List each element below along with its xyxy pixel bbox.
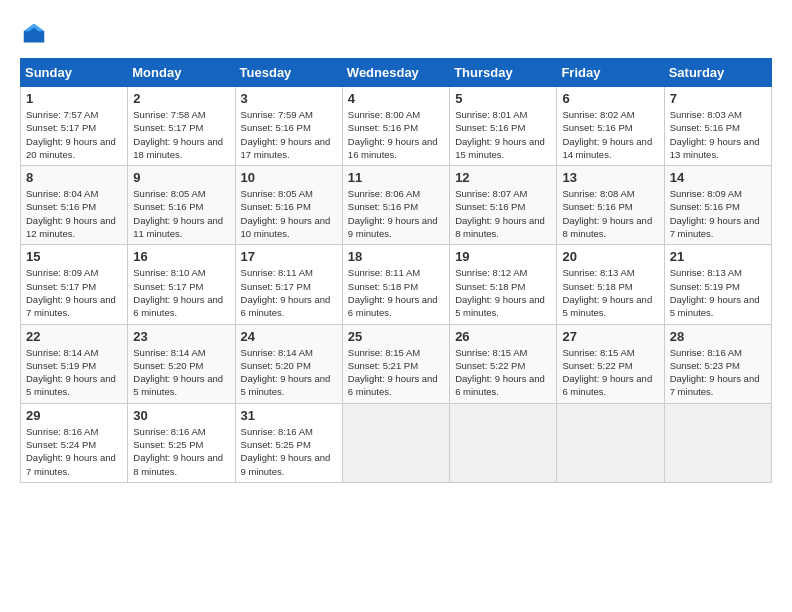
day-number: 25 — [348, 329, 444, 344]
day-info: Sunrise: 8:13 AM Sunset: 5:18 PM Dayligh… — [562, 266, 658, 319]
calendar-row: 8 Sunrise: 8:04 AM Sunset: 5:16 PM Dayli… — [21, 166, 772, 245]
day-info: Sunrise: 7:59 AM Sunset: 5:16 PM Dayligh… — [241, 108, 337, 161]
day-number: 26 — [455, 329, 551, 344]
calendar-cell: 16 Sunrise: 8:10 AM Sunset: 5:17 PM Dayl… — [128, 245, 235, 324]
day-number: 11 — [348, 170, 444, 185]
day-header: Tuesday — [235, 59, 342, 87]
day-header: Thursday — [450, 59, 557, 87]
day-info: Sunrise: 8:14 AM Sunset: 5:20 PM Dayligh… — [133, 346, 229, 399]
calendar-cell: 10 Sunrise: 8:05 AM Sunset: 5:16 PM Dayl… — [235, 166, 342, 245]
day-number: 14 — [670, 170, 766, 185]
day-header: Sunday — [21, 59, 128, 87]
day-info: Sunrise: 8:09 AM Sunset: 5:17 PM Dayligh… — [26, 266, 122, 319]
day-header: Wednesday — [342, 59, 449, 87]
day-header: Friday — [557, 59, 664, 87]
calendar-cell: 3 Sunrise: 7:59 AM Sunset: 5:16 PM Dayli… — [235, 87, 342, 166]
calendar-cell: 12 Sunrise: 8:07 AM Sunset: 5:16 PM Dayl… — [450, 166, 557, 245]
calendar-cell: 26 Sunrise: 8:15 AM Sunset: 5:22 PM Dayl… — [450, 324, 557, 403]
day-number: 29 — [26, 408, 122, 423]
calendar-cell — [342, 403, 449, 482]
day-info: Sunrise: 8:03 AM Sunset: 5:16 PM Dayligh… — [670, 108, 766, 161]
day-number: 20 — [562, 249, 658, 264]
calendar-cell: 31 Sunrise: 8:16 AM Sunset: 5:25 PM Dayl… — [235, 403, 342, 482]
calendar-cell: 25 Sunrise: 8:15 AM Sunset: 5:21 PM Dayl… — [342, 324, 449, 403]
day-info: Sunrise: 8:12 AM Sunset: 5:18 PM Dayligh… — [455, 266, 551, 319]
day-info: Sunrise: 8:15 AM Sunset: 5:22 PM Dayligh… — [562, 346, 658, 399]
calendar-cell: 17 Sunrise: 8:11 AM Sunset: 5:17 PM Dayl… — [235, 245, 342, 324]
day-info: Sunrise: 8:10 AM Sunset: 5:17 PM Dayligh… — [133, 266, 229, 319]
calendar-row: 1 Sunrise: 7:57 AM Sunset: 5:17 PM Dayli… — [21, 87, 772, 166]
calendar-cell: 22 Sunrise: 8:14 AM Sunset: 5:19 PM Dayl… — [21, 324, 128, 403]
page-header — [20, 20, 772, 48]
day-number: 16 — [133, 249, 229, 264]
day-info: Sunrise: 8:04 AM Sunset: 5:16 PM Dayligh… — [26, 187, 122, 240]
day-header: Monday — [128, 59, 235, 87]
day-info: Sunrise: 8:02 AM Sunset: 5:16 PM Dayligh… — [562, 108, 658, 161]
calendar-cell: 1 Sunrise: 7:57 AM Sunset: 5:17 PM Dayli… — [21, 87, 128, 166]
calendar-cell: 27 Sunrise: 8:15 AM Sunset: 5:22 PM Dayl… — [557, 324, 664, 403]
day-info: Sunrise: 8:14 AM Sunset: 5:19 PM Dayligh… — [26, 346, 122, 399]
day-info: Sunrise: 8:06 AM Sunset: 5:16 PM Dayligh… — [348, 187, 444, 240]
calendar-cell: 28 Sunrise: 8:16 AM Sunset: 5:23 PM Dayl… — [664, 324, 771, 403]
calendar-cell: 15 Sunrise: 8:09 AM Sunset: 5:17 PM Dayl… — [21, 245, 128, 324]
calendar-cell — [450, 403, 557, 482]
calendar-cell: 19 Sunrise: 8:12 AM Sunset: 5:18 PM Dayl… — [450, 245, 557, 324]
calendar-cell: 24 Sunrise: 8:14 AM Sunset: 5:20 PM Dayl… — [235, 324, 342, 403]
day-number: 6 — [562, 91, 658, 106]
day-info: Sunrise: 8:15 AM Sunset: 5:21 PM Dayligh… — [348, 346, 444, 399]
day-info: Sunrise: 8:13 AM Sunset: 5:19 PM Dayligh… — [670, 266, 766, 319]
day-number: 31 — [241, 408, 337, 423]
calendar-cell: 29 Sunrise: 8:16 AM Sunset: 5:24 PM Dayl… — [21, 403, 128, 482]
day-number: 8 — [26, 170, 122, 185]
calendar-row: 15 Sunrise: 8:09 AM Sunset: 5:17 PM Dayl… — [21, 245, 772, 324]
calendar-cell: 30 Sunrise: 8:16 AM Sunset: 5:25 PM Dayl… — [128, 403, 235, 482]
day-info: Sunrise: 8:16 AM Sunset: 5:23 PM Dayligh… — [670, 346, 766, 399]
calendar-row: 22 Sunrise: 8:14 AM Sunset: 5:19 PM Dayl… — [21, 324, 772, 403]
day-info: Sunrise: 8:16 AM Sunset: 5:25 PM Dayligh… — [133, 425, 229, 478]
day-number: 13 — [562, 170, 658, 185]
calendar-cell: 14 Sunrise: 8:09 AM Sunset: 5:16 PM Dayl… — [664, 166, 771, 245]
day-number: 27 — [562, 329, 658, 344]
day-info: Sunrise: 8:16 AM Sunset: 5:25 PM Dayligh… — [241, 425, 337, 478]
day-info: Sunrise: 8:15 AM Sunset: 5:22 PM Dayligh… — [455, 346, 551, 399]
day-number: 30 — [133, 408, 229, 423]
calendar-cell: 6 Sunrise: 8:02 AM Sunset: 5:16 PM Dayli… — [557, 87, 664, 166]
day-info: Sunrise: 8:11 AM Sunset: 5:17 PM Dayligh… — [241, 266, 337, 319]
day-number: 9 — [133, 170, 229, 185]
day-number: 4 — [348, 91, 444, 106]
calendar-row: 29 Sunrise: 8:16 AM Sunset: 5:24 PM Dayl… — [21, 403, 772, 482]
day-info: Sunrise: 7:57 AM Sunset: 5:17 PM Dayligh… — [26, 108, 122, 161]
calendar-cell: 11 Sunrise: 8:06 AM Sunset: 5:16 PM Dayl… — [342, 166, 449, 245]
day-info: Sunrise: 8:11 AM Sunset: 5:18 PM Dayligh… — [348, 266, 444, 319]
day-info: Sunrise: 8:09 AM Sunset: 5:16 PM Dayligh… — [670, 187, 766, 240]
calendar-cell: 4 Sunrise: 8:00 AM Sunset: 5:16 PM Dayli… — [342, 87, 449, 166]
logo — [20, 20, 52, 48]
day-header: Saturday — [664, 59, 771, 87]
calendar-cell: 9 Sunrise: 8:05 AM Sunset: 5:16 PM Dayli… — [128, 166, 235, 245]
day-number: 1 — [26, 91, 122, 106]
day-number: 5 — [455, 91, 551, 106]
calendar-cell — [664, 403, 771, 482]
day-number: 3 — [241, 91, 337, 106]
day-info: Sunrise: 8:01 AM Sunset: 5:16 PM Dayligh… — [455, 108, 551, 161]
day-number: 15 — [26, 249, 122, 264]
day-number: 7 — [670, 91, 766, 106]
calendar-cell — [557, 403, 664, 482]
calendar-cell: 21 Sunrise: 8:13 AM Sunset: 5:19 PM Dayl… — [664, 245, 771, 324]
day-info: Sunrise: 8:05 AM Sunset: 5:16 PM Dayligh… — [133, 187, 229, 240]
calendar-cell: 20 Sunrise: 8:13 AM Sunset: 5:18 PM Dayl… — [557, 245, 664, 324]
calendar-cell: 18 Sunrise: 8:11 AM Sunset: 5:18 PM Dayl… — [342, 245, 449, 324]
calendar-cell: 2 Sunrise: 7:58 AM Sunset: 5:17 PM Dayli… — [128, 87, 235, 166]
day-info: Sunrise: 8:07 AM Sunset: 5:16 PM Dayligh… — [455, 187, 551, 240]
day-number: 22 — [26, 329, 122, 344]
day-number: 24 — [241, 329, 337, 344]
day-info: Sunrise: 8:00 AM Sunset: 5:16 PM Dayligh… — [348, 108, 444, 161]
day-number: 10 — [241, 170, 337, 185]
calendar-cell: 23 Sunrise: 8:14 AM Sunset: 5:20 PM Dayl… — [128, 324, 235, 403]
calendar-table: SundayMondayTuesdayWednesdayThursdayFrid… — [20, 58, 772, 483]
day-number: 19 — [455, 249, 551, 264]
day-info: Sunrise: 8:14 AM Sunset: 5:20 PM Dayligh… — [241, 346, 337, 399]
day-number: 17 — [241, 249, 337, 264]
calendar-cell: 7 Sunrise: 8:03 AM Sunset: 5:16 PM Dayli… — [664, 87, 771, 166]
day-number: 2 — [133, 91, 229, 106]
